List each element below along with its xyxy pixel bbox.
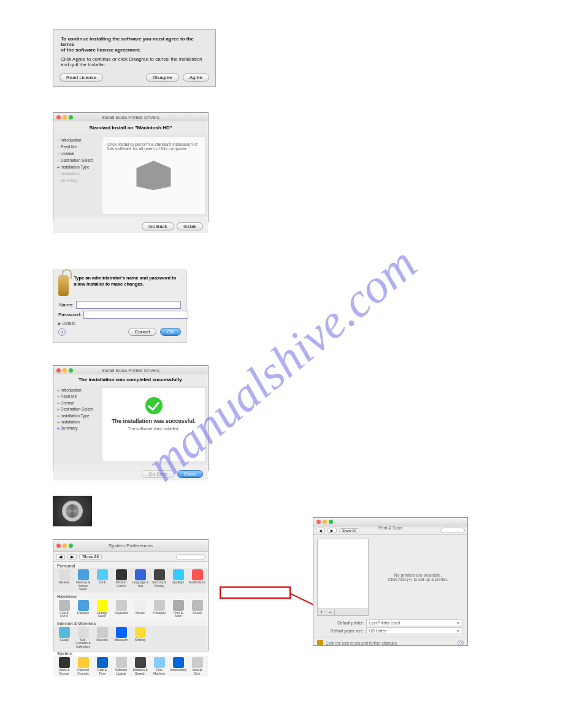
auth-message: Type an administrator's name and passwor… [74, 275, 181, 296]
show-all-button[interactable]: Show All [79, 554, 102, 559]
step-destination: Destination Select [57, 157, 96, 164]
ok-button[interactable]: OK [160, 328, 181, 336]
step-summary: Summary [57, 425, 96, 431]
back-button[interactable]: ◀ [56, 554, 65, 560]
print-scan-window: Print & Scan ◀ ▶ Show All + − No printer… [313, 517, 468, 646]
license-agree-dialog: To continue installing the software you … [53, 29, 216, 87]
package-icon [132, 153, 175, 190]
step-destination: Destination Select [57, 406, 96, 412]
add-printer-button[interactable]: + [318, 609, 326, 615]
auth-dialog: Type an administrator's name and passwor… [53, 270, 186, 343]
lock-text: Click the lock to prevent further change… [326, 641, 398, 645]
password-input[interactable] [83, 311, 188, 319]
pref-mission-control[interactable]: Mission Control [113, 569, 129, 588]
pref-desktop[interactable]: Desktop & Screen Saver [75, 569, 91, 591]
pref-date-time[interactable]: Date & Time [94, 657, 110, 675]
pref-keyboard[interactable]: Keyboard [113, 600, 129, 615]
default-paper-label: Default paper size: [318, 629, 366, 633]
pref-mail-contacts[interactable]: Mail, Contacts & Calendars [75, 627, 91, 649]
password-label: Password: [58, 312, 83, 317]
installer-body-text: Click Install to perform a standard inst… [107, 142, 200, 151]
window-title: Install Boca Printer Drivers [53, 368, 208, 373]
name-label: Name: [58, 302, 76, 308]
installer-steps: Introduction Read Me License Destination… [53, 385, 99, 464]
pref-energy-saver[interactable]: Energy Saver [94, 600, 110, 618]
system-preferences-window: System Preferences ◀ ▶ Show All Personal… [53, 539, 209, 651]
section-internet: Internet & Wireless [53, 620, 208, 626]
pref-users[interactable]: Users & Groups [56, 657, 72, 675]
help-button[interactable]: ? [458, 640, 464, 646]
gear-icon [62, 501, 83, 521]
default-printer-label: Default printer: [318, 621, 366, 625]
pref-bluetooth[interactable]: Bluetooth [113, 627, 129, 642]
no-printers-text: No printers are available. [394, 573, 442, 577]
pref-spotlight[interactable]: Spotlight [170, 569, 186, 585]
pref-accessibility[interactable]: Accessibility [170, 657, 186, 672]
default-printer-select[interactable]: Last Printer Used [366, 620, 462, 626]
agree-body-2: and quit the Installer. [61, 62, 208, 67]
step-installation: Installation [57, 419, 96, 425]
system-preferences-dock-icon[interactable] [53, 496, 92, 526]
callout-box [220, 586, 291, 599]
step-installation: Installation [57, 170, 96, 177]
window-controls[interactable] [313, 518, 467, 526]
pref-language[interactable]: Language & Text [132, 569, 148, 588]
agree-heading-2: of the software license agreement. [61, 47, 208, 53]
read-license-button[interactable]: Read License [59, 74, 103, 82]
pref-notifications[interactable]: Notifications [189, 569, 205, 585]
disagree-button[interactable]: Disagree [146, 74, 179, 82]
name-input[interactable] [76, 301, 181, 309]
step-readme: Read Me [57, 143, 96, 150]
pref-displays[interactable]: Displays [75, 600, 91, 615]
section-system: System [53, 650, 208, 656]
cancel-button[interactable]: Cancel [128, 328, 157, 336]
go-back-button: Go Back [142, 470, 174, 478]
pref-dictation[interactable]: Dictation & Speech [132, 657, 148, 675]
pref-mouse[interactable]: Mouse [132, 600, 148, 615]
pref-startup-disk[interactable]: Startup Disk [189, 657, 205, 675]
success-subtitle: The software was installed. [102, 427, 205, 431]
step-license: License [57, 150, 96, 157]
pref-cds-dvds[interactable]: CDs & DVDs [56, 600, 72, 618]
lock-icon[interactable] [317, 640, 323, 646]
forward-button[interactable]: ▶ [67, 554, 77, 560]
help-button[interactable]: ? [58, 328, 66, 336]
pref-icloud[interactable]: iCloud [56, 627, 72, 642]
installer-heading: Standard Install on "Macintosh HD" [53, 121, 208, 134]
window-title: Install Boca Printer Drivers [53, 115, 208, 120]
pref-print-scan[interactable]: Print & Scan [170, 600, 186, 618]
success-check-icon [145, 397, 163, 414]
details-disclosure[interactable]: Details [58, 321, 181, 325]
window-title: System Preferences [53, 543, 208, 548]
close-button[interactable]: Close [177, 470, 203, 478]
step-readme: Read Me [57, 393, 96, 400]
pref-software-update[interactable]: Software Update [113, 657, 129, 675]
agree-button[interactable]: Agree [183, 74, 209, 82]
add-hint-text: Click Add (+) to set up a printer. [388, 577, 448, 582]
pref-sharing[interactable]: Sharing [132, 627, 148, 642]
section-personal: Personal [53, 562, 208, 568]
agree-heading-1: To continue installing the software you … [61, 36, 208, 47]
pref-parental[interactable]: Parental Controls [75, 657, 91, 675]
default-paper-select[interactable]: US Letter [366, 628, 462, 634]
success-heading: The installation was completed successfu… [53, 374, 208, 385]
pref-trackpad[interactable]: Trackpad [151, 600, 167, 615]
step-introduction: Introduction [57, 387, 96, 393]
step-summary: Summary [57, 177, 96, 184]
lock-icon [58, 275, 69, 296]
step-license: License [57, 400, 96, 406]
window-title: Print & Scan [313, 526, 467, 530]
pref-dock[interactable]: Dock [94, 569, 110, 585]
pref-security[interactable]: Security & Privacy [151, 569, 167, 588]
step-install-type: Installation Type [57, 164, 96, 170]
pref-general[interactable]: General [56, 569, 72, 585]
installer-window-success: Install Boca Printer Drivers The install… [53, 365, 209, 471]
remove-printer-button[interactable]: − [326, 609, 335, 615]
install-button[interactable]: Install [177, 222, 203, 230]
pref-network[interactable]: Network [94, 627, 110, 642]
pref-time-machine[interactable]: Time Machine [151, 657, 167, 675]
go-back-button[interactable]: Go Back [142, 222, 174, 230]
pref-sound[interactable]: Sound [189, 600, 205, 615]
printer-list: + − [317, 539, 369, 616]
search-field[interactable] [176, 554, 205, 560]
